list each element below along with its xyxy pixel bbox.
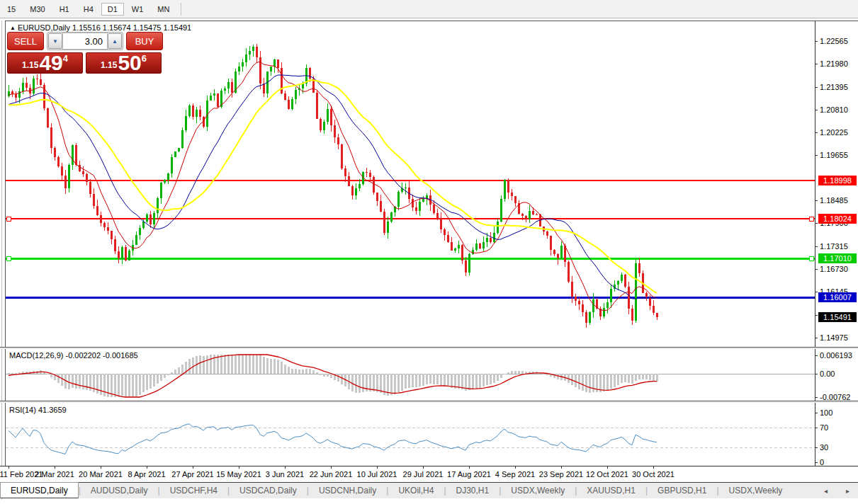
date-axis[interactable]: 11 Feb 20212 Mar 202120 Mar 20218 Apr 20… — [0, 466, 858, 482]
axis-tick-mark — [815, 447, 818, 448]
candle-body — [192, 105, 194, 118]
timeframe-button-h4[interactable]: H4 — [77, 3, 100, 16]
date-label-20-mar-2021: 20 Mar 2021 — [79, 470, 123, 479]
candle-body — [330, 109, 332, 125]
date-label-23-sep-2021: 23 Sep 2021 — [539, 470, 583, 479]
tab-xauusd-h1[interactable]: XAUUSD,H1 — [577, 483, 645, 498]
candle-body — [256, 47, 258, 57]
date-label-4-sep-2021: 4 Sep 2021 — [495, 470, 535, 479]
price-axis[interactable]: 1.225651.219801.213951.208101.202251.196… — [815, 21, 858, 484]
macd-histogram-bar — [362, 374, 364, 392]
buy-quote-box[interactable]: 1.15 50 6 — [86, 52, 162, 74]
buy-button[interactable]: BUY — [126, 32, 163, 50]
tab-gbpusd-h1[interactable]: GBPUSD,H1 — [648, 483, 716, 498]
tab-audusd-daily[interactable]: AUDUSD,Daily — [81, 483, 158, 498]
macd-histogram-bar — [543, 374, 545, 374]
macd-histogram-bar — [575, 374, 577, 387]
tab-dj30-h1[interactable]: DJ30,H1 — [446, 483, 499, 498]
candle-body — [316, 93, 318, 119]
volume-increase-button[interactable]: ▲ — [108, 33, 122, 49]
collapse-triangle-icon[interactable]: ▲ — [10, 25, 16, 31]
rsi-background — [6, 403, 815, 466]
volume-field[interactable]: 3.00 — [62, 33, 108, 50]
candle-body — [100, 215, 102, 222]
candle-body — [323, 122, 325, 131]
tab-usdx-weekly[interactable]: USDX,Weekly — [719, 483, 793, 498]
macd-histogram-bar — [242, 355, 244, 374]
timeframe-button-d1[interactable]: D1 — [101, 3, 124, 16]
candle-body — [238, 67, 240, 71]
tab-eurusd-daily[interactable]: EURUSD,Daily — [0, 482, 79, 498]
macd-histogram-bar — [164, 374, 166, 378]
macd-histogram-bar — [500, 374, 502, 378]
candle-body — [75, 145, 77, 165]
macd-histogram-bar — [422, 374, 424, 386]
candle-body — [210, 96, 212, 100]
level-handle[interactable] — [809, 217, 813, 221]
macd-histogram-bar — [341, 374, 343, 384]
macd-histogram-bar — [270, 359, 272, 374]
candle-body — [224, 88, 226, 91]
volume-decrease-button[interactable]: ▼ — [48, 33, 62, 49]
timeframe-button-15[interactable]: 15 — [1, 3, 22, 16]
tab-usdcnh-daily[interactable]: USDCNH,Daily — [309, 483, 386, 498]
macd-histogram-bar — [557, 374, 559, 379]
candle-body — [47, 108, 49, 127]
macd-histogram-bar — [142, 374, 145, 392]
rsi-indicator-canvas[interactable] — [6, 403, 815, 466]
tab-usdx-weekly[interactable]: USDX,Weekly — [501, 483, 575, 498]
timeframe-button-mn[interactable]: MN — [151, 3, 176, 16]
macd-histogram-bar — [238, 355, 240, 374]
macd-histogram-bar — [507, 372, 509, 374]
candle-body — [288, 100, 290, 110]
candle-body — [412, 199, 414, 207]
tab-usdcad-daily[interactable]: USDCAD,Daily — [230, 483, 307, 498]
candle-body — [135, 235, 137, 245]
sell-quote-box[interactable]: 1.15 49 4 — [7, 52, 83, 74]
candle-body — [178, 148, 180, 151]
candle-body — [309, 68, 311, 79]
candle-body — [553, 250, 555, 254]
macd-histogram-bar — [93, 374, 95, 392]
candle-body — [82, 171, 84, 174]
candle-body — [33, 79, 35, 93]
timeframe-button-w1[interactable]: W1 — [125, 3, 150, 16]
timeframe-button-m30[interactable]: M30 — [23, 3, 51, 16]
price-tick-1.21980: 1.21980 — [820, 59, 848, 68]
candle-body — [167, 173, 169, 180]
candle-body — [121, 247, 123, 259]
candle-body — [355, 188, 357, 195]
candle-body — [621, 275, 623, 281]
sell-button[interactable]: SELL — [7, 32, 44, 50]
candle-body — [164, 180, 166, 183]
macd-histogram-bar — [390, 374, 393, 395]
macd-histogram-bar — [192, 357, 194, 374]
level-handle[interactable] — [809, 256, 813, 260]
macd-histogram-bar — [139, 374, 141, 395]
timeframe-button-h1[interactable]: H1 — [53, 3, 76, 16]
macd-histogram-bar — [178, 367, 180, 374]
level-handle[interactable] — [6, 256, 11, 260]
tab-scroll-left-icon[interactable]: ◂ — [824, 487, 828, 495]
candle-body — [295, 90, 297, 99]
date-tick-mark — [239, 466, 239, 469]
macd-histogram-bar — [149, 374, 152, 389]
tab-scroll-right-icon[interactable]: ▸ — [846, 487, 849, 495]
macd-histogram-bar — [288, 367, 290, 374]
candle-body — [277, 59, 279, 68]
candle-body — [582, 304, 584, 312]
macd-histogram-bar — [181, 365, 184, 374]
tab-ukoil-h4[interactable]: UKOil,H4 — [388, 483, 444, 498]
candle-body — [89, 182, 91, 194]
candle-body — [568, 262, 570, 282]
tab-usdchf-h4[interactable]: USDCHF,H4 — [160, 483, 227, 498]
macd-histogram-bar — [146, 374, 148, 390]
candle-body — [436, 213, 439, 219]
axis-tick-mark — [815, 374, 818, 374]
macd-histogram-bar — [614, 374, 616, 387]
candle-body — [284, 93, 286, 99]
level-handle[interactable] — [6, 217, 11, 221]
macd-histogram-bar — [295, 369, 297, 374]
candle-body — [146, 214, 148, 222]
candle-body — [536, 214, 538, 215]
